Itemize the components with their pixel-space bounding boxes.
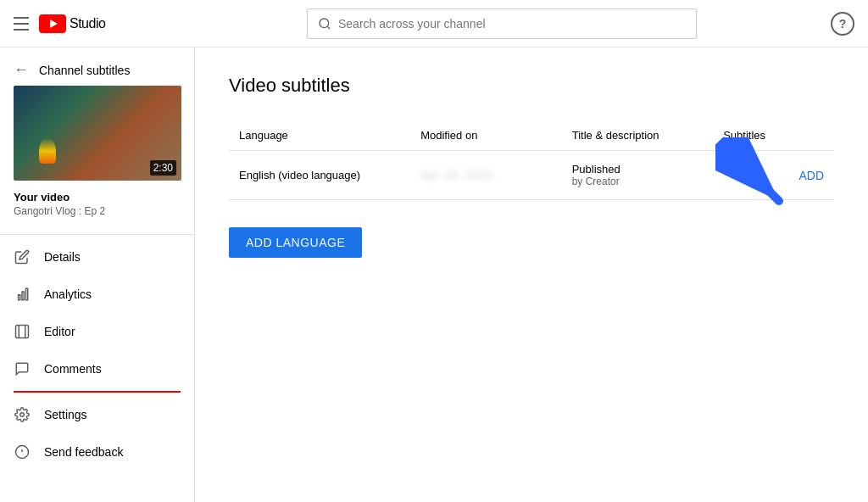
sidebar-back-label: Channel subtitles	[39, 64, 130, 77]
svg-line-3	[327, 26, 330, 29]
sidebar-item-details[interactable]: Details	[0, 238, 194, 276]
modified-date-blurred: Apr 15, 2021	[420, 169, 493, 181]
back-arrow-icon: ←	[14, 61, 29, 79]
add-language-button[interactable]: ADD LANGUAGE	[229, 227, 362, 258]
col-header-modified: Modified on	[410, 120, 562, 151]
subtitles-action-cell: ADD	[713, 151, 834, 200]
modified-cell: Apr 15, 2021	[410, 151, 562, 200]
sidebar-comments-label: Comments	[44, 362, 102, 376]
page-title: Video subtitles	[229, 75, 834, 97]
svg-rect-5	[22, 292, 24, 300]
logo-container: Studio	[39, 14, 105, 33]
col-header-subtitles: Subtitles	[713, 120, 834, 151]
svg-rect-7	[16, 326, 29, 338]
video-thumbnail-container: 2:30	[14, 86, 181, 181]
comments-icon	[14, 360, 31, 377]
search-icon	[318, 17, 331, 31]
sidebar-item-settings[interactable]: Settings	[0, 396, 194, 433]
table-header-row: Language Modified on Title & description…	[229, 120, 834, 151]
svg-rect-6	[19, 295, 20, 300]
sidebar-item-analytics[interactable]: Analytics	[0, 276, 194, 313]
table-wrapper: Language Modified on Title & description…	[229, 120, 834, 200]
sidebar-divider	[0, 234, 194, 235]
sidebar-details-label: Details	[44, 250, 81, 264]
header-left: Studio	[14, 14, 200, 33]
feedback-icon	[14, 443, 31, 460]
main-layout: ← Channel subtitles 2:30 Your video Gang…	[0, 47, 868, 502]
video-subtitle: Gangotri Vlog : Ep 2	[14, 205, 181, 217]
editor-icon	[14, 323, 31, 340]
analytics-icon	[14, 286, 31, 303]
svg-rect-4	[26, 288, 28, 300]
back-to-channel-subtitles-button[interactable]: ← Channel subtitles	[0, 47, 194, 86]
sidebar-feedback-label: Send feedback	[44, 445, 123, 459]
col-header-title: Title & description	[562, 120, 714, 151]
sidebar-item-feedback[interactable]: Send feedback	[0, 433, 194, 471]
header-right: ?	[804, 12, 854, 36]
search-container	[200, 8, 804, 39]
video-info: Your video Gangotri Vlog : Ep 2	[0, 191, 194, 231]
svg-point-10	[20, 413, 25, 417]
sidebar-item-comments[interactable]: Comments	[0, 350, 194, 388]
search-input[interactable]	[338, 17, 686, 31]
main-content: Video subtitles Language Modified on Tit…	[195, 47, 868, 502]
sidebar-item-editor[interactable]: Editor	[0, 313, 194, 350]
details-icon	[14, 248, 31, 265]
table-row: English (video language) Apr 15, 2021 Pu…	[229, 151, 834, 200]
creator-text: by Creator	[572, 176, 704, 187]
sidebar-settings-label: Settings	[44, 408, 87, 421]
video-duration-badge: 2:30	[150, 160, 176, 176]
published-status: Published	[572, 163, 704, 176]
settings-icon	[14, 406, 31, 423]
app-header: Studio ?	[0, 0, 868, 47]
sidebar-divider-2	[14, 391, 181, 393]
help-button[interactable]: ?	[831, 12, 854, 36]
hamburger-menu-button[interactable]	[14, 17, 29, 31]
title-desc-cell: Published by Creator	[562, 151, 714, 200]
sidebar: ← Channel subtitles 2:30 Your video Gang…	[0, 47, 195, 502]
search-bar	[307, 8, 697, 39]
video-title: Your video	[14, 191, 181, 204]
youtube-logo-icon	[39, 14, 66, 33]
add-subtitles-link[interactable]: ADD	[798, 169, 824, 182]
sidebar-editor-label: Editor	[44, 325, 75, 338]
studio-wordmark: Studio	[70, 16, 105, 31]
fire-decoration	[39, 138, 56, 164]
language-cell: English (video language)	[229, 151, 410, 200]
col-header-language: Language	[229, 120, 410, 151]
sidebar-analytics-label: Analytics	[44, 287, 92, 301]
video-thumbnail: 2:30	[14, 86, 181, 181]
subtitles-table: Language Modified on Title & description…	[229, 120, 834, 200]
svg-point-2	[320, 19, 329, 28]
